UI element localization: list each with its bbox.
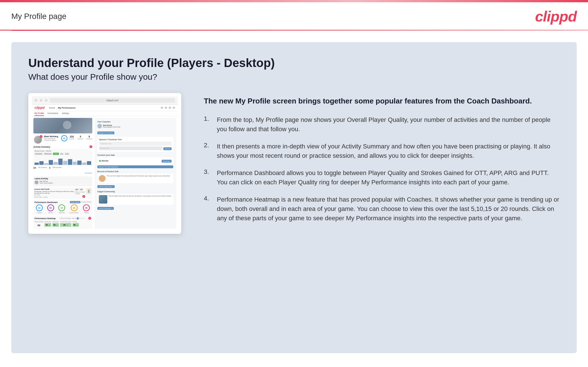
ring-around-green[interactable]: 86 Around Green — [70, 204, 78, 213]
launch-community-btn[interactable]: Launch Community ↗ — [97, 207, 114, 210]
icon-bell — [165, 107, 167, 109]
community-item: Visit the Clippd Community and discover … — [97, 194, 173, 205]
all-activities-link[interactable]: All Activities — [85, 172, 92, 174]
list-item-2: 2. It then presents a more in-depth view… — [204, 142, 560, 160]
practice-avatar — [99, 175, 106, 182]
arccos-name: Arccos — [99, 160, 108, 162]
community-section: Clippd Community Visit the Clippd Commun… — [97, 191, 173, 210]
perf-toggle-strokes[interactable]: Strokes Gained — [81, 201, 91, 203]
app-logo: clippd — [35, 106, 44, 110]
ring-off-tee-value: 90 — [47, 204, 54, 211]
heatmap-approach-label: Approach — [52, 221, 59, 223]
lesson-see-more[interactable]: see more — [34, 194, 40, 196]
bar-4 — [49, 160, 53, 165]
connect-title: Connect your data — [97, 154, 173, 156]
item-number-1: 1. — [204, 115, 212, 122]
app-tabs: My Profile Connections Settings — [32, 111, 178, 116]
profile-section: 1 Blair McHarg Plus Handicap United King… — [33, 118, 92, 229]
tab-settings[interactable]: Settings — [62, 111, 69, 116]
trackman-url-field[interactable]: Trackman Link — [99, 146, 162, 150]
ring-off-tee[interactable]: 90 Off Tee — [47, 204, 54, 213]
practice-section: Record a Practice Drill The use of the C… — [97, 170, 173, 188]
chart-title: Monthly Activity - 6 Months — [35, 150, 91, 152]
ring-putting[interactable]: 96 Putting — [83, 204, 90, 213]
app-header: clippd Home My Performance — [32, 105, 178, 111]
intro-paragraph: The new My Profile screen brings togethe… — [204, 96, 560, 106]
heatmap-overall-label: Player Quality — [35, 221, 43, 223]
ring-approach-label: Approach — [59, 212, 65, 213]
performance-heatmap: Performance Heatmap 5 Round Change: ▼▼ ▲… — [33, 216, 92, 229]
latest-activity-title: Latest Activity — [35, 178, 91, 180]
lesson-badge: 3 — [82, 195, 85, 198]
heatmap-5[interactable]: 5 — [77, 217, 78, 219]
heatmap-up-indicator: ▲ — [75, 217, 76, 219]
heatmap-values: Player Quality 92 Off the Tee 90 ↓↓ Appr… — [35, 221, 91, 228]
profile-badge: 1 — [40, 135, 42, 138]
trackman-add-btn[interactable]: Add Link — [163, 147, 172, 150]
browser-dot-2 — [40, 99, 42, 102]
ring-around-green-value: 86 — [71, 204, 78, 211]
heatmap-15[interactable]: 15 — [81, 218, 82, 219]
stat-followers: 3 Followers — [77, 135, 83, 140]
tab-connections[interactable]: Connections — [47, 111, 58, 116]
filter-6mths[interactable]: 6 Mths — [53, 153, 59, 155]
filter-on-course[interactable]: On-course — [35, 153, 43, 155]
ring-putting-value: 96 — [83, 204, 90, 211]
trackman-input[interactable]: Trackman Link — [99, 142, 172, 146]
launch-capture-btn[interactable]: Launch Capture App ↗ — [97, 185, 115, 188]
activity-avatar — [35, 180, 39, 184]
heatmap-putting[interactable]: Putting 96 ↓↓ — [72, 221, 79, 228]
ring-approach[interactable]: 85 Approach — [58, 204, 65, 213]
disconnect-btn[interactable]: Disconnect — [162, 160, 172, 163]
coach-club: Balmingholie Golf Club — [103, 126, 120, 128]
manage-coaches-btn[interactable]: Manage Your Coaches — [97, 131, 115, 134]
lesson-tag-2: drill — [79, 188, 83, 191]
latest-activity: Latest Activity Blair McHargSome recent … — [33, 176, 92, 186]
tab-my-profile[interactable]: My Profile — [35, 111, 44, 116]
filter-2yr[interactable]: 2 yrs — [65, 153, 69, 155]
profile-name: Blair McHarg — [44, 135, 59, 138]
filter-1yr[interactable]: 1 yr — [60, 153, 64, 155]
practice-title: Record a Practice Drill — [97, 170, 173, 172]
heatmap-controls: 5 Round Change: ▼▼ ▲ 5 10 15 20 — [60, 217, 84, 219]
heatmap-20[interactable]: 20 — [83, 218, 84, 219]
heatmap-rounds-label: 5 Round Change: — [60, 217, 71, 219]
lesson-media-count: Videos & Videos1 image — [75, 191, 85, 195]
off-course-value: 3 — [49, 167, 50, 169]
practice-text: The use of the Clippd Community and disc… — [107, 175, 172, 177]
filter-off-course[interactable]: Off-course — [44, 153, 52, 155]
followers-value: 3 — [77, 135, 83, 138]
trackman-input-field-row: Trackman Link Add Link — [99, 146, 172, 150]
item-text-3: Performance Dashboard allows you to togg… — [217, 168, 560, 187]
activity-title: Activity Summary — [33, 146, 50, 148]
heatmap-header: Performance Heatmap 5 Round Change: ▼▼ ▲… — [35, 217, 91, 220]
bar-9 — [73, 162, 77, 165]
connect-section: Connect your data Arccos Disconnect Mana… — [97, 154, 173, 168]
stat-following: 5 Following — [86, 135, 92, 140]
ring-approach-value: 85 — [58, 204, 65, 211]
activity-item-1: Blair McHargSome recent activity... — [35, 180, 91, 184]
following-value: 5 — [86, 135, 92, 138]
activities-value: 131 — [69, 135, 75, 138]
banner-image — [33, 118, 92, 133]
app-icons — [161, 107, 175, 109]
heatmap-off-tee[interactable]: Off the Tee 90 ↓↓ — [44, 221, 51, 228]
trackman-title: Upload a Trackman Test — [99, 139, 172, 141]
manage-integrations-btn[interactable]: Manage Your Data Integrations — [97, 165, 173, 168]
heatmap-10[interactable]: 10 — [79, 218, 80, 219]
header-divider — [11, 31, 577, 31]
ring-overall[interactable]: 92 Overall — [36, 204, 43, 213]
heatmap-approach[interactable]: Approach 85 ↓↓ — [52, 221, 59, 228]
heatmap-around[interactable]: Around the Green 86 ↓↓ — [60, 221, 71, 228]
perf-toggle-quality[interactable]: Player Quality — [70, 201, 80, 203]
heatmap-offtee-value: 90 ↓↓ — [44, 223, 51, 227]
bar-6 — [58, 159, 63, 165]
quality-ring: 92 — [61, 135, 67, 141]
right-panel: Your Coaches Dan Davies Balmingholie Gol… — [95, 118, 176, 229]
profile-info-row: 1 Blair McHarg Plus Handicap United King… — [33, 135, 92, 144]
chart-filters: On-course Off-course 6 Mths 1 yr 2 yrs — [35, 153, 91, 155]
heatmap-overall[interactable]: Player Quality 92 — [35, 221, 43, 228]
item-text-4: Performance Heatmap is a new feature tha… — [217, 195, 560, 223]
nav-home: Home — [49, 107, 55, 109]
banner-circle — [63, 121, 71, 129]
